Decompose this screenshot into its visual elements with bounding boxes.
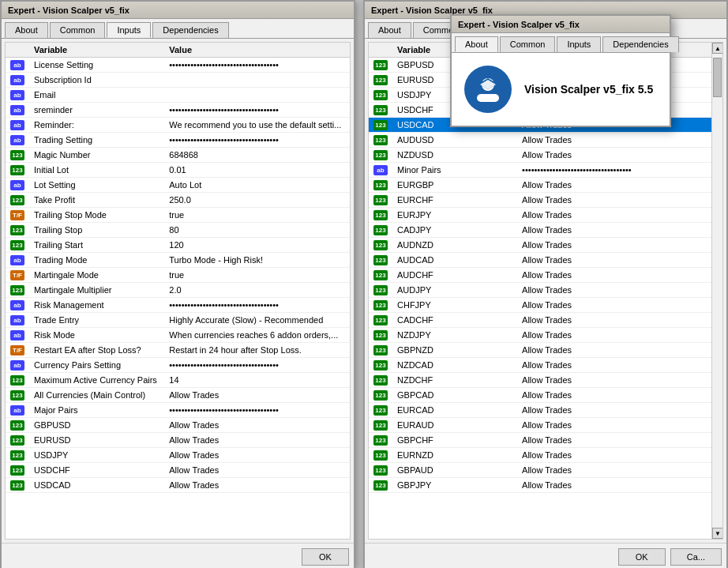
scroll-thumb[interactable]	[713, 58, 722, 97]
table-row[interactable]: 123EURNZDAllow Trades	[369, 448, 722, 463]
row-variable: Magic Number	[29, 148, 164, 163]
table-row[interactable]: 123EURJPYAllow Trades	[369, 208, 722, 223]
popup-tab-about[interactable]: About	[455, 36, 498, 52]
row-icon: 123	[369, 328, 392, 343]
table-row[interactable]: 123Trailing Stop80	[6, 223, 350, 238]
table-row[interactable]: abTrading ModeTurbo Mode - High Risk!	[6, 253, 350, 268]
cancel-button-2[interactable]: Ca...	[670, 548, 722, 566]
row-variable: Subscription Id	[29, 73, 164, 88]
popup-tab-inputs[interactable]: Inputs	[557, 36, 601, 52]
table-row[interactable]: abTrade EntryHighly Accurate (Slow) - Re…	[6, 313, 350, 328]
ok-button-2[interactable]: OK	[618, 548, 666, 566]
table-row[interactable]: abRisk ModeWhen currencies reaches 6 add…	[6, 328, 350, 343]
table-row[interactable]: 123Maximum Active Currency Pairs14	[6, 373, 350, 388]
row-icon: ab	[6, 88, 29, 103]
table-row[interactable]: abSubscription Id	[6, 73, 350, 88]
col-header-icon	[6, 43, 29, 58]
row-icon: ab	[6, 103, 29, 118]
popup-tab-dependencies[interactable]: Dependencies	[602, 36, 678, 52]
table-row[interactable]: abMajor Pairs•••••••••••••••••••••••••••…	[6, 403, 350, 418]
table-row[interactable]: abMinor Pairs•••••••••••••••••••••••••••…	[369, 163, 722, 178]
table-row[interactable]: 123Martingale Multiplier2.0	[6, 283, 350, 298]
table-row[interactable]: 123NZDJPYAllow Trades	[369, 328, 722, 343]
popup-tab-common[interactable]: Common	[500, 36, 556, 52]
scrollbar-2[interactable]: ▲ ▼	[711, 43, 722, 539]
row-value: Allow Trades	[517, 448, 722, 463]
scroll-up-arrow[interactable]: ▲	[712, 43, 723, 54]
row-icon: T/F	[6, 343, 29, 358]
table-row[interactable]: 123AUDUSDAllow Trades	[369, 133, 722, 148]
table-row[interactable]: 123GBPAUDAllow Trades	[369, 463, 722, 478]
tab-1-common[interactable]: Common	[50, 22, 106, 38]
table-row[interactable]: 123GBPCHFAllow Trades	[369, 433, 722, 448]
table-row[interactable]: abRisk Management•••••••••••••••••••••••…	[6, 298, 350, 313]
row-variable: EURCHF	[392, 193, 517, 208]
row-variable: Martingale Multiplier	[29, 283, 164, 298]
row-value: ••••••••••••••••••••••••••••••••••••	[164, 358, 350, 373]
tab-1-inputs[interactable]: Inputs	[107, 22, 151, 38]
table-row[interactable]: T/FRestart EA after Stop Loss?Restart in…	[6, 343, 350, 358]
row-icon: 123	[369, 148, 392, 163]
table-row[interactable]: 123USDCHFAllow Trades	[6, 463, 350, 478]
row-value: 120	[164, 238, 350, 253]
table-row[interactable]: abCurrency Pairs Setting••••••••••••••••…	[6, 358, 350, 373]
row-value: Allow Trades	[517, 433, 722, 448]
table-row[interactable]: 123All Currencies (Main Control)Allow Tr…	[6, 388, 350, 403]
table-row[interactable]: 123AUDNZDAllow Trades	[369, 238, 722, 253]
table-row[interactable]: 123AUDCADAllow Trades	[369, 253, 722, 268]
logo-icon	[472, 73, 504, 105]
row-variable: NZDJPY	[392, 328, 517, 343]
table-row[interactable]: 123EURGBPAllow Trades	[369, 178, 722, 193]
table-row[interactable]: T/FTrailing Stop Modetrue	[6, 208, 350, 223]
tab-1-about[interactable]: About	[5, 22, 48, 38]
table-row[interactable]: 123GBPJPYAllow Trades	[369, 478, 722, 493]
row-variable: GBPJPY	[392, 478, 517, 493]
table-row[interactable]: 123EURUSDAllow Trades	[6, 433, 350, 448]
table-row[interactable]: T/FMartingale Modetrue	[6, 268, 350, 283]
table-row[interactable]: 123Initial Lot0.01	[6, 163, 350, 178]
row-icon: 123	[6, 478, 29, 493]
popup-title: Expert - Vision Scalper v5_fix	[452, 16, 670, 33]
table-row[interactable]: 123Magic Number684868	[6, 148, 350, 163]
table-row[interactable]: 123GBPUSDAllow Trades	[6, 418, 350, 433]
table-row[interactable]: 123USDCADAllow Trades	[6, 478, 350, 493]
table-row[interactable]: 123EURCADAllow Trades	[369, 403, 722, 418]
table-row[interactable]: 123EURCHFAllow Trades	[369, 193, 722, 208]
tab-1-dependencies[interactable]: Dependencies	[152, 22, 228, 38]
table-row[interactable]: abLicense Setting•••••••••••••••••••••••…	[6, 58, 350, 73]
table-row[interactable]: 123GBPCADAllow Trades	[369, 388, 722, 403]
table-row[interactable]: abEmail	[6, 88, 350, 103]
table-row[interactable]: 123NZDCHFAllow Trades	[369, 373, 722, 388]
row-variable: AUDCAD	[392, 253, 517, 268]
row-icon: 123	[369, 73, 392, 88]
table-row[interactable]: abTrading Setting•••••••••••••••••••••••…	[6, 133, 350, 148]
row-variable: Take Profit	[29, 193, 164, 208]
table-row[interactable]: abReminder:We recommend you to use the d…	[6, 118, 350, 133]
row-variable: GBPCHF	[392, 433, 517, 448]
row-value: Allow Trades	[517, 133, 722, 148]
table-row[interactable]: 123NZDCADAllow Trades	[369, 358, 722, 373]
table-row[interactable]: 123CADJPYAllow Trades	[369, 223, 722, 238]
table-row[interactable]: 123AUDJPYAllow Trades	[369, 283, 722, 298]
table-row[interactable]: 123USDJPYAllow Trades	[6, 448, 350, 463]
table-row[interactable]: 123EURAUDAllow Trades	[369, 418, 722, 433]
table-row[interactable]: absreminder•••••••••••••••••••••••••••••…	[6, 103, 350, 118]
scroll-down-arrow[interactable]: ▼	[712, 528, 723, 539]
tab-2-about[interactable]: About	[368, 22, 411, 38]
table-row[interactable]: 123NZDUSDAllow Trades	[369, 148, 722, 163]
ok-button-1[interactable]: OK	[302, 548, 349, 566]
table-row[interactable]: 123CADCHFAllow Trades	[369, 313, 722, 328]
table-row[interactable]: 123Trailing Start120	[6, 238, 350, 253]
row-variable: EURNZD	[392, 448, 517, 463]
table-row[interactable]: 123GBPNZDAllow Trades	[369, 343, 722, 358]
table-row[interactable]: abLot SettingAuto Lot	[6, 178, 350, 193]
table-row[interactable]: 123Take Profit250.0	[6, 193, 350, 208]
row-value: Allow Trades	[517, 148, 722, 163]
table-row[interactable]: 123CHFJPYAllow Trades	[369, 298, 722, 313]
table-row[interactable]: 123AUDCHFAllow Trades	[369, 268, 722, 283]
row-variable: sreminder	[29, 103, 164, 118]
row-variable: Trailing Stop	[29, 223, 164, 238]
row-value: Highly Accurate (Slow) - Recommended	[164, 313, 350, 328]
row-variable: Martingale Mode	[29, 268, 164, 283]
row-value: Allow Trades	[517, 343, 722, 358]
